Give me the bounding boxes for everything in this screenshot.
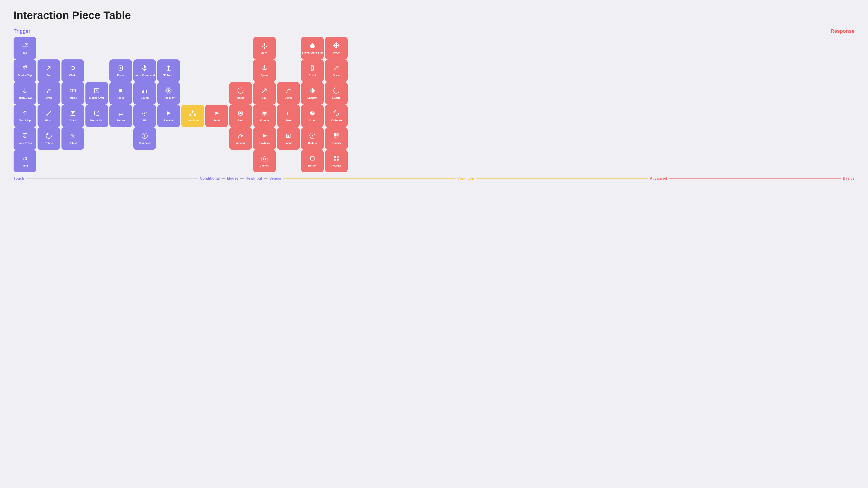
cell-mouse-out[interactable]: Mouse Out: [86, 105, 108, 127]
start-label: Start: [70, 119, 76, 122]
grid-spacer: [110, 127, 132, 150]
3d-rotate-icon: [333, 109, 340, 118]
svg-rect-68: [336, 133, 339, 136]
cell-border[interactable]: Border: [301, 150, 324, 172]
cell-voice-command[interactable]: Voice Command: [133, 59, 156, 82]
double-tap-icon: [21, 64, 29, 72]
svg-rect-25: [145, 89, 145, 93]
grid-spacer: [157, 150, 180, 172]
cell-text[interactable]: TText: [277, 105, 300, 127]
cell-speak[interactable]: ASpeak: [253, 59, 276, 82]
text-icon: T: [285, 109, 292, 118]
opacity-label: Opacity: [332, 142, 341, 145]
stop-icon: [237, 109, 244, 118]
return-label: Return: [116, 119, 125, 122]
svg-rect-26: [146, 90, 147, 93]
cell-camera[interactable]: Camera: [253, 150, 276, 172]
voice-command-icon: [141, 64, 148, 72]
cell-mouse-over[interactable]: Mouse Over: [86, 82, 108, 105]
cell-touch-up[interactable]: Touch Up: [13, 105, 36, 127]
cell-rotate[interactable]: Rotate: [37, 127, 60, 150]
cell-receive[interactable]: Receive: [157, 105, 180, 127]
cell-detect[interactable]: Detect: [61, 127, 84, 150]
speak-icon: A: [261, 64, 268, 72]
cell-listen[interactable]: Listen: [253, 37, 276, 59]
label-keyinput: Key/Input: [246, 176, 262, 181]
grid-spacer: [86, 59, 108, 82]
camera-label: Camera: [260, 164, 269, 167]
cell-background-blur[interactable]: Background Blur: [301, 37, 324, 59]
svg-point-42: [189, 114, 191, 116]
label-conditional: Conditional: [200, 176, 220, 181]
cell-range[interactable]: Range: [61, 82, 84, 105]
touch-up-label: Touch Up: [19, 119, 31, 122]
grid-spacer: [110, 150, 132, 172]
cell-playback[interactable]: Playback: [253, 127, 276, 150]
cell-pinch[interactable]: Pinch: [37, 105, 60, 127]
reorder-icon: [333, 155, 340, 163]
svg-rect-70: [336, 136, 339, 138]
cell-radius[interactable]: Radius: [301, 127, 324, 150]
border-icon: [309, 155, 316, 163]
cell-scale[interactable]: Scale: [325, 59, 348, 82]
cell-tap[interactable]: Tap: [13, 37, 36, 59]
cell-opacity[interactable]: Opacity: [325, 127, 348, 150]
touch-up-icon: [21, 109, 29, 118]
cell-stop[interactable]: Stop: [229, 105, 252, 127]
cell-rotate[interactable]: Rotate: [325, 82, 348, 105]
cell-move[interactable]: Move: [325, 37, 348, 59]
cell-chain[interactable]: Chain: [61, 59, 84, 82]
cell-condition[interactable]: Condition: [181, 105, 204, 127]
cell-long-press[interactable]: Long Press: [13, 127, 36, 150]
svg-rect-1: [264, 43, 266, 46]
range-label: Range: [69, 96, 76, 100]
cell-shadow[interactable]: Shadow: [301, 82, 324, 105]
cell-color[interactable]: Color: [301, 105, 324, 127]
cell-drag[interactable]: Drag: [37, 82, 60, 105]
shadow-icon: [309, 87, 316, 95]
cell-compass[interactable]: Compass: [133, 127, 156, 150]
rotate-icon: [333, 87, 340, 95]
cell-pull[interactable]: Pull: [37, 59, 60, 82]
cell-proximity[interactable]: Proximity: [157, 82, 180, 105]
grid-spacer: [229, 37, 252, 59]
link-icon: [261, 87, 268, 95]
svg-line-44: [190, 112, 193, 114]
focus-icon: [117, 87, 124, 95]
focus-label: Focus: [117, 96, 125, 100]
cell-scroll[interactable]: Scroll: [301, 59, 324, 82]
cell-assign[interactable]: Assign: [229, 127, 252, 150]
cell-vibrate[interactable]: Vibrate: [253, 105, 276, 127]
cell-reset[interactable]: Reset: [229, 82, 252, 105]
jump-label: Jump: [285, 96, 292, 100]
cell-tilt[interactable]: Tilt: [133, 105, 156, 127]
3d-touch-icon: [165, 64, 172, 72]
grid-spacer: [229, 150, 252, 172]
label-advanced: Advanced: [650, 176, 667, 181]
cell-focus[interactable]: Focus: [110, 82, 132, 105]
cell-link[interactable]: Link: [253, 82, 276, 105]
cell-fling[interactable]: Fling: [13, 150, 36, 172]
cell-3d-rotate[interactable]: 3D Rotate: [325, 105, 348, 127]
cell-touch-down[interactable]: Touch Down: [13, 82, 36, 105]
response-label: Response: [831, 28, 855, 34]
cell-sound[interactable]: Sound: [133, 82, 156, 105]
category-labels: Touch Conditional — Mouse — Key/Input — …: [13, 176, 855, 181]
jump-icon: [285, 87, 292, 95]
cell-start[interactable]: Start: [61, 105, 84, 127]
svg-rect-24: [143, 90, 144, 93]
grid-spacer: [61, 150, 84, 172]
grid-spacer: [181, 37, 204, 59]
assign-icon: [237, 132, 244, 140]
cell-return[interactable]: Return: [110, 105, 132, 127]
cell-jump[interactable]: Jump: [277, 82, 300, 105]
cell-double-tap[interactable]: Double Tap: [13, 59, 36, 82]
cell-press[interactable]: APress: [110, 59, 132, 82]
pinch-icon: [45, 109, 53, 118]
svg-text:A: A: [264, 67, 266, 69]
cell-focus[interactable]: Focus: [277, 127, 300, 150]
svg-point-72: [264, 158, 266, 160]
cell-3d-touch[interactable]: 3D Touch: [157, 59, 180, 82]
cell-reorder[interactable]: Reorder: [325, 150, 348, 172]
cell-send[interactable]: Send: [205, 105, 228, 127]
